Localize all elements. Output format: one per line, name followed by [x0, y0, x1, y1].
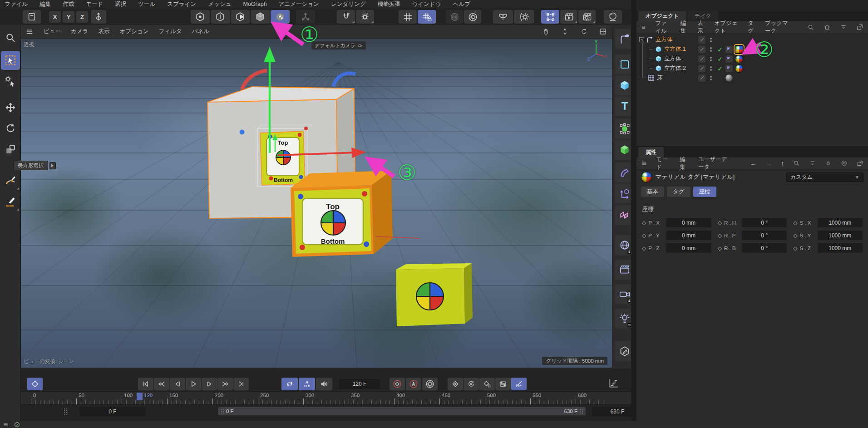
keyframe-diamond-icon[interactable]: ◇	[793, 245, 797, 251]
attr-menu-mode[interactable]: モード	[656, 156, 671, 171]
spline-pen-tool-button[interactable]	[1, 172, 20, 191]
tool-popup-arrow-icon[interactable]	[49, 162, 56, 169]
enabled-check-icon[interactable]: ✓	[715, 55, 725, 63]
workplane-settings-button[interactable]	[464, 10, 481, 24]
menu-window[interactable]: ウインドウ	[412, 0, 441, 8]
object-label[interactable]: 立方体	[656, 36, 673, 44]
keyframe-diamond-icon[interactable]: ◇	[642, 232, 646, 239]
next-key-button[interactable]	[217, 378, 233, 390]
tab-tag[interactable]: タグ	[667, 187, 690, 197]
om-menu-file[interactable]: ファイル	[655, 20, 671, 35]
attr-search-button[interactable]	[793, 160, 800, 167]
symmetry-settings-button[interactable]	[514, 10, 534, 24]
field-input[interactable]: 0 mm	[666, 218, 711, 227]
range-start-field[interactable]: 0 F	[79, 407, 146, 417]
rectangle-selection-tool-button[interactable]	[1, 51, 20, 70]
layer-chip[interactable]	[698, 46, 705, 53]
tool-options-button[interactable]	[1, 72, 20, 91]
menu-create[interactable]: 作成	[63, 0, 74, 8]
camera-name-chip[interactable]: デフォルトカメラ	[311, 41, 366, 49]
menu-file[interactable]: ファイル	[5, 0, 28, 8]
om-menu-edit[interactable]: 編集	[681, 20, 688, 35]
coordinates-section-title[interactable]: 座標	[642, 205, 863, 213]
snap-settings-button[interactable]	[356, 10, 374, 24]
timeline-scrollbar[interactable]: 0 F 630 F	[218, 407, 586, 415]
phong-tag-icon[interactable]	[725, 55, 733, 63]
om-home-button[interactable]	[824, 24, 831, 31]
field-input[interactable]: 0 mm	[666, 243, 711, 253]
menu-spline[interactable]: スプライン	[167, 0, 196, 8]
om-popout-button[interactable]	[856, 24, 863, 31]
keying-settings-button[interactable]	[422, 378, 438, 390]
tree-row-cube-2[interactable]: 立方体 ✓	[639, 54, 868, 64]
scale-tool-button[interactable]	[1, 140, 20, 159]
key-rotation-button[interactable]	[464, 378, 479, 390]
vp-menu-view[interactable]: ビュー	[44, 28, 61, 35]
preset-dropdown[interactable]: カスタム ▼	[786, 172, 863, 182]
object-label[interactable]: 立方体.1	[664, 45, 686, 53]
key-parameter-button[interactable]	[495, 378, 511, 390]
attr-target-button[interactable]	[841, 160, 848, 167]
keyframe-diamond-icon[interactable]: ◇	[642, 220, 646, 226]
phong-tag-icon[interactable]	[725, 46, 733, 53]
active-tool-popup[interactable]: 長方形選択	[14, 161, 56, 170]
attr-back-button[interactable]: ←	[750, 160, 756, 167]
field-input[interactable]: 1000 mm	[818, 218, 863, 227]
menu-extensions[interactable]: 機能拡張	[378, 0, 400, 8]
tree-row-cube-1[interactable]: 立方体.1 ✓	[639, 44, 868, 54]
object-label[interactable]: 床	[657, 74, 663, 82]
model-mode-button[interactable]	[251, 10, 270, 24]
layout-button[interactable]	[23, 10, 41, 24]
axis-mode-button[interactable]	[296, 10, 315, 24]
record-keyframe-button[interactable]	[390, 378, 405, 390]
fcurve-editor-button[interactable]	[605, 376, 623, 390]
keyframe-diamond-icon[interactable]: ◇	[718, 220, 722, 226]
toggle-views-button[interactable]	[598, 27, 607, 36]
attr-lock-button[interactable]	[825, 160, 832, 167]
menu-mograph[interactable]: MoGraph	[243, 1, 267, 7]
vp-menu-filter[interactable]: フィルタ	[158, 28, 182, 35]
vp-menu-options[interactable]: オプション	[119, 28, 148, 35]
key-psr-disabled-button[interactable]	[511, 378, 527, 390]
keyframe-diamond-icon[interactable]: ◇	[793, 220, 797, 226]
material-tag[interactable]	[735, 64, 743, 73]
key-position-button[interactable]	[448, 378, 463, 390]
symmetry-button[interactable]	[493, 10, 513, 24]
scrollbar-left-grip[interactable]	[221, 408, 224, 414]
visibility-dots[interactable]	[706, 56, 715, 62]
current-frame-field[interactable]: 120 F	[339, 379, 380, 389]
zoom-view-button[interactable]	[560, 27, 569, 36]
lock-x-axis-button[interactable]: X	[49, 11, 61, 23]
object-label[interactable]: 立方体	[664, 55, 681, 63]
vp-menu-camera[interactable]: カメラ	[71, 28, 88, 35]
edges-mode-button[interactable]	[211, 10, 230, 24]
pan-view-button[interactable]	[541, 27, 550, 36]
layer-chip[interactable]	[698, 55, 705, 63]
scrollbar-right-grip[interactable]	[580, 408, 583, 414]
new-material-button[interactable]	[604, 10, 622, 24]
play-button[interactable]	[186, 378, 201, 390]
move-tool-button[interactable]	[1, 98, 20, 117]
attr-menu-edit[interactable]: 編集	[680, 156, 689, 171]
field-input[interactable]: 0 °	[742, 231, 787, 240]
vp-menu-display[interactable]: 表示	[98, 28, 109, 35]
grid-toggle-button[interactable]	[399, 10, 417, 24]
visibility-dots[interactable]	[706, 75, 715, 81]
keyframe-diamond-icon[interactable]: ◇	[642, 245, 646, 251]
om-menu-bookmarks[interactable]: ブックマーク	[765, 20, 789, 35]
viewport-search-button[interactable]	[1, 28, 20, 47]
menu-edit[interactable]: 編集	[39, 0, 51, 8]
material-tag-selected[interactable]	[735, 45, 743, 54]
om-burger-icon[interactable]	[641, 24, 646, 31]
polygons-mode-button[interactable]	[231, 10, 250, 24]
menu-mode[interactable]: モード	[86, 0, 103, 8]
texture-mode-button[interactable]	[271, 10, 290, 24]
tree-row-parent-cube[interactable]: − 立方体	[639, 35, 868, 44]
menu-select[interactable]: 選択	[115, 0, 126, 8]
viewport-burger-icon[interactable]	[25, 28, 34, 36]
attr-menu-userdata[interactable]: ユーザーデータ	[698, 156, 732, 171]
range-grip[interactable]	[64, 408, 68, 415]
menu-help[interactable]: ヘルプ	[453, 0, 470, 8]
enable-snap-button[interactable]	[337, 10, 355, 24]
playhead[interactable]	[137, 393, 143, 400]
